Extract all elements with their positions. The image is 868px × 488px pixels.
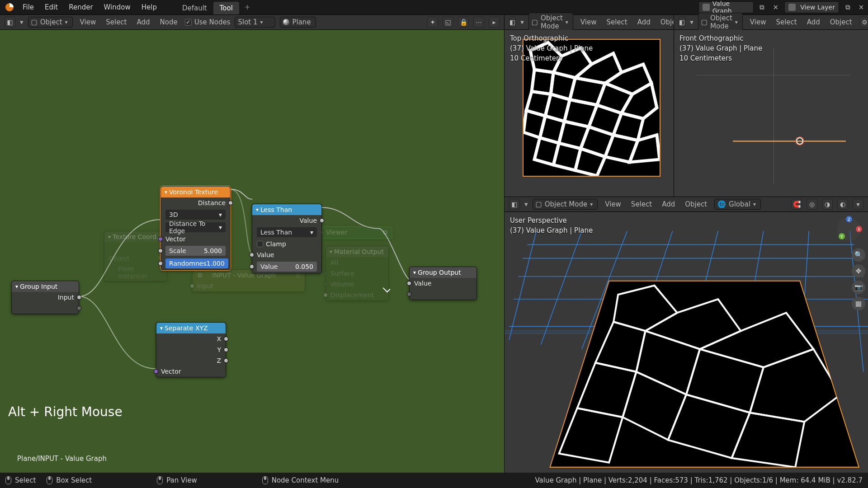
math-op-dropdown[interactable]: Less Than▾: [257, 227, 317, 237]
voronoi-feature-dropdown[interactable]: Distance To Edge▾: [165, 222, 226, 232]
nav-gizmo[interactable]: X Z Y: [835, 216, 863, 243]
voronoi-randomness-field[interactable]: Randomnes1.000: [165, 258, 228, 268]
node-texture-coord[interactable]: ▾Texture Coord… Object✎ From Instancer: [104, 231, 167, 282]
node-separate-xyz[interactable]: ▾Separate XYZ X Y Z Vector: [156, 322, 226, 377]
viewport-top-header: ◧▾ ▢Object Mode▾ View Select Add Object: [505, 14, 674, 30]
clamp-checkbox[interactable]: Clamp: [257, 240, 286, 248]
blender-logo-icon: [5, 3, 14, 11]
node-voronoi-texture[interactable]: ▾Voronoi Texture Distance 3D▾ Distance T…: [160, 186, 231, 270]
node-menu-view[interactable]: View: [77, 18, 99, 26]
use-nodes-checkbox[interactable]: ✓ Use Nodes: [185, 18, 231, 26]
scene-copy-button[interactable]: ⧉: [757, 2, 767, 12]
vp-pin-icon[interactable]: ⚙: [859, 17, 868, 28]
svg-text:Z: Z: [848, 217, 850, 222]
overlay-toggle-icon[interactable]: ◑: [822, 199, 833, 210]
status-context-menu: Node Context Menu: [272, 476, 339, 484]
viewport-user-canvas[interactable]: User Perspective (37) Value Graph | Plan…: [505, 212, 868, 473]
sep-y: Y: [217, 346, 221, 353]
snap-icon[interactable]: 🧲: [791, 199, 802, 210]
mouse-left-icon: [5, 476, 11, 484]
vp-user-mode[interactable]: ▢Object Mode▾: [533, 199, 598, 210]
vp-editor-icon[interactable]: ◧: [509, 17, 516, 28]
backdrop-icon[interactable]: ◱: [443, 17, 453, 28]
less-than-out-label: Value: [300, 217, 317, 224]
viewlayer-close-button[interactable]: ×: [856, 2, 866, 12]
vp-editor-icon[interactable]: ◧: [679, 17, 685, 28]
node-menu-add[interactable]: Add: [134, 18, 153, 26]
menu-edit[interactable]: Edit: [39, 0, 63, 14]
node-editor: ◧ ▾ ▢ Object ▾ View Select Add Node ✓ Us…: [0, 14, 504, 473]
vp-editor-icon[interactable]: ◧: [509, 199, 520, 210]
viewport-user: ◧▾ ▢Object Mode▾ View Select Add Object …: [504, 197, 868, 473]
nodegroup-gear-icon: ⚙: [197, 272, 203, 279]
vp-menu-select[interactable]: Select: [773, 18, 799, 26]
sep-vector: Vector: [161, 368, 181, 375]
less-than-threshold-field[interactable]: Value0.050: [257, 262, 317, 272]
menu-help[interactable]: Help: [136, 0, 162, 14]
node-group-input[interactable]: ▾Group Input Input: [11, 281, 79, 314]
voronoi-scale-field[interactable]: Scale5.000: [165, 246, 226, 256]
node-menu-select[interactable]: Select: [103, 18, 129, 26]
overlay-icon[interactable]: ⋯: [473, 17, 484, 28]
vp-orient-dropdown[interactable]: 🌐Global▾: [714, 199, 761, 210]
menu-window[interactable]: Window: [99, 0, 136, 14]
grid-icon[interactable]: ▦: [852, 297, 865, 310]
viewport-front-canvas[interactable]: Front Orthographic (37) Value Graph | Pl…: [674, 30, 868, 197]
viewlayer-copy-button[interactable]: ⧉: [843, 2, 853, 12]
vp-menu-view[interactable]: View: [578, 18, 599, 26]
snap-icon[interactable]: 🔒: [458, 17, 469, 28]
node-menu-node[interactable]: Node: [157, 18, 180, 26]
node-canvas[interactable]: ▾Texture Coord… Object✎ From Instancer ⚙…: [0, 30, 504, 473]
scene-dropdown[interactable]: Value Graph: [698, 1, 753, 13]
vp-menu-object[interactable]: Object: [827, 18, 855, 26]
camera-icon[interactable]: 📷: [852, 281, 865, 294]
node-material-output[interactable]: ▾Material Output All Surface Volume Disp…: [326, 246, 389, 301]
svg-marker-1: [550, 281, 859, 467]
node-texture-coord-title: Texture Coord…: [113, 233, 163, 240]
viewport-side-toolbar: 🔍 ✥ 📷 ▦: [852, 248, 865, 310]
node-editor-header: ◧ ▾ ▢ Object ▾ View Select Add Node ✓ Us…: [0, 14, 504, 30]
menu-file[interactable]: File: [17, 0, 39, 14]
viewlayer-dropdown[interactable]: View Layer: [784, 1, 839, 13]
workspace-tab-default[interactable]: Default: [176, 2, 213, 14]
header-chevron-right-icon[interactable]: ▸: [489, 17, 500, 28]
proportional-icon[interactable]: ◎: [807, 199, 817, 210]
menu-render[interactable]: Render: [63, 0, 98, 14]
slot-dropdown[interactable]: Slot 1 ▾: [235, 17, 275, 28]
vp-menu-add[interactable]: Add: [804, 18, 823, 26]
node-viewer[interactable]: Viewer⧉: [321, 226, 392, 239]
viewport-top-canvas[interactable]: Top Orthographic (37) Value Graph | Plan…: [505, 30, 674, 197]
vp-menu-view[interactable]: View: [602, 200, 624, 208]
shading-dropdown-icon[interactable]: ◐: [837, 199, 848, 210]
pin-icon[interactable]: ✦: [427, 17, 438, 28]
node-input-value-graph-input-label: Input: [197, 282, 213, 290]
matout-disp: Displacement: [330, 291, 374, 299]
voronoi-dim-dropdown[interactable]: 3D▾: [165, 210, 226, 220]
status-pan: Pan View: [166, 476, 197, 484]
scene-close-button[interactable]: ×: [771, 2, 781, 12]
node-less-than[interactable]: ▾Less Than Value Less Than▾ Clamp Value …: [252, 204, 322, 273]
vp-menu-view[interactable]: View: [747, 18, 769, 26]
workspace-tab-tool[interactable]: Tool: [213, 2, 239, 14]
vp-front-mode[interactable]: ▢Object Mode▾: [698, 13, 743, 32]
zoom-icon[interactable]: 🔍: [852, 248, 865, 262]
texcoord-object-label: Object: [109, 255, 130, 262]
editor-type-icon[interactable]: ◧: [5, 17, 15, 28]
mouse-middle-icon: [157, 476, 163, 484]
object-mode-dropdown[interactable]: ▢ Object ▾: [28, 17, 73, 28]
vp-menu-select[interactable]: Select: [604, 18, 630, 26]
vp-top-mode[interactable]: ▢Object Mode▾: [528, 13, 573, 32]
vp-menu-add[interactable]: Add: [659, 200, 678, 208]
mouse-left-icon: [47, 476, 52, 484]
voronoi-vector-label: Vector: [165, 235, 186, 243]
node-group-output[interactable]: ▾Group Output Value: [409, 267, 477, 300]
material-dropdown[interactable]: Plane: [280, 17, 316, 28]
vp-menu-object[interactable]: Object: [682, 200, 710, 208]
move-icon[interactable]: ✥: [852, 264, 865, 278]
vp-menu-add[interactable]: Add: [635, 18, 653, 26]
add-workspace-button[interactable]: +: [239, 0, 256, 14]
shading-options-icon[interactable]: ▾: [853, 199, 863, 210]
vp-menu-select[interactable]: Select: [628, 200, 655, 208]
viewport-front-header: ◧▾ ▢Object Mode▾ View Select Add Object …: [674, 14, 868, 30]
status-select: Select: [15, 476, 36, 484]
